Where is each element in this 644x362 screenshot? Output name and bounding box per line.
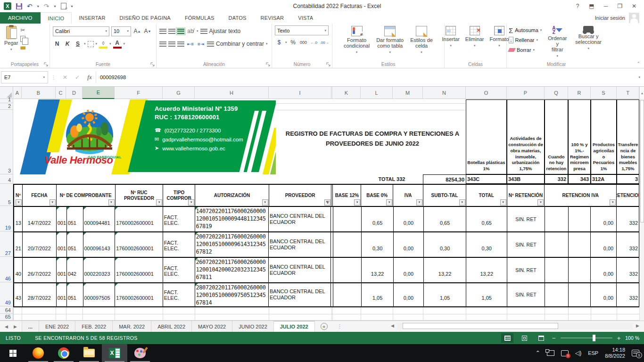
cell-F46[interactable]: 1760002600001	[115, 258, 163, 282]
expand-formula-bar-icon[interactable]: ▾	[638, 75, 644, 79]
decrease-indent-icon[interactable]: ⇤≡	[186, 39, 195, 49]
column-filter-header-n-retenci-n[interactable]: Nº RETENCIÓN▼	[507, 185, 545, 206]
cell-G19[interactable]: FACT. ELEC.	[163, 207, 195, 231]
filter-dropdown-icon[interactable]: ▼	[156, 199, 162, 206]
total-label-cell[interactable]: TOTAL 332	[361, 174, 423, 184]
insert-cells-button[interactable]: Insertar▾	[440, 25, 462, 60]
cell-K27[interactable]	[333, 232, 362, 257]
sheet-nav-left-icon[interactable]: ◀	[5, 324, 8, 329]
cell-H19[interactable]: 1407202201176000260000120010510000944811…	[195, 207, 269, 231]
cell-R49[interactable]	[569, 283, 591, 306]
cell-C27[interactable]: 001	[57, 232, 67, 257]
column-header-I[interactable]: I	[269, 87, 331, 99]
cell-R46[interactable]	[569, 258, 591, 282]
filter-dropdown-icon[interactable]: ▼	[416, 199, 422, 206]
fill-button[interactable]: ↓Rellenar▾	[509, 36, 542, 44]
cell-T49[interactable]: 332	[617, 283, 639, 306]
cell-G49[interactable]: FACT. ELEC.	[163, 283, 195, 306]
underline-button[interactable]: S	[74, 39, 82, 49]
cell-F49[interactable]: 1760002600001	[115, 283, 163, 306]
tab-splitter[interactable]: ⋮	[333, 321, 346, 332]
cell-M46[interactable]: 0,00	[394, 258, 424, 282]
font-name-select[interactable]: Calibri▾	[53, 26, 109, 36]
cell-K49[interactable]	[333, 283, 362, 306]
cell-S46[interactable]: 0,00	[591, 258, 617, 282]
name-box[interactable]: E7▾	[1, 71, 48, 83]
cell-N49[interactable]: 1,05	[424, 283, 467, 306]
cell-B49[interactable]: 28/7/2022	[23, 283, 57, 306]
horizontal-scrollbar[interactable]	[397, 322, 633, 329]
underline-caret-icon[interactable]: ▾	[84, 42, 86, 46]
sheet-tab-junio-2022[interactable]: JUNIO 2022	[232, 321, 274, 332]
column-filter-header-base-0-[interactable]: BASE 0%▼	[361, 185, 393, 206]
firefox-icon[interactable]	[25, 344, 51, 362]
borders-caret-icon[interactable]: ▾	[96, 42, 98, 46]
cell-C19[interactable]: 001	[57, 207, 67, 231]
cell-styles-button[interactable]: Estilos de celda▾	[408, 25, 435, 60]
cell-N19[interactable]: 0,65	[424, 207, 467, 231]
filter-dropdown-icon[interactable]: ▼	[16, 199, 22, 206]
tray-chevron-icon[interactable]: ⌃	[536, 350, 540, 356]
hscroll-right-icon[interactable]: ▶	[636, 323, 639, 328]
active-filter-funnel-icon[interactable]: ⧨	[324, 199, 330, 206]
dialog-launcher-icon[interactable]	[326, 62, 331, 67]
delete-cells-button[interactable]: Eliminar▾	[463, 25, 487, 60]
cell-T27[interactable]: 332	[617, 232, 639, 257]
tax-header-q[interactable]: Cuando no hay retencion	[545, 99, 568, 174]
cell-H27[interactable]: 2007202201176000260000120010510000961431…	[195, 232, 269, 257]
cell-P46[interactable]: SIN. RET	[507, 258, 545, 282]
align-middle-icon[interactable]	[168, 29, 175, 34]
align-left-icon[interactable]	[159, 41, 166, 47]
total-value-cell[interactable]: 8254,30	[423, 174, 466, 184]
column-filter-header-fecha[interactable]: FECHA▼	[23, 185, 57, 206]
cell-R19[interactable]	[569, 207, 591, 231]
column-filter-header-subto-tal[interactable]: SUBTO-TAL▼	[423, 185, 466, 206]
column-header-H[interactable]: H	[195, 87, 269, 99]
cell-E46[interactable]: 000220323	[83, 258, 116, 282]
print-preview-icon[interactable]	[61, 3, 66, 9]
column-filter-header-iva[interactable]: IVA▼	[393, 185, 423, 206]
increase-indent-icon[interactable]: ≡⇥	[197, 39, 205, 49]
tab-datos[interactable]: DATOS	[222, 12, 254, 24]
undo-caret-icon[interactable]: ▾	[37, 4, 39, 8]
column-header-C[interactable]: C	[56, 87, 66, 99]
column-header-S[interactable]: S	[591, 87, 617, 99]
formula-input[interactable]: 000092698	[96, 71, 638, 83]
dialog-launcher-icon[interactable]	[44, 62, 49, 67]
cell-H46[interactable]: 2607202201176000260000120010420002203231…	[195, 258, 269, 282]
column-filter-header-n-[interactable]: Nº▼	[14, 185, 23, 206]
cell-I49[interactable]: BANCO CENTRAL DEL ECUADOR	[269, 283, 331, 306]
row-header-65[interactable]: 65	[0, 314, 13, 321]
vertical-scrollbar[interactable]: ▲	[639, 87, 644, 321]
cell-A46[interactable]: 40	[14, 258, 23, 282]
enter-entry-icon[interactable]: ✓	[71, 74, 83, 81]
merge-center-button[interactable]: Combinar y centrar▾	[207, 39, 268, 49]
column-header-E[interactable]: E	[83, 87, 115, 99]
chrome-icon[interactable]	[51, 344, 76, 362]
tax-header-s[interactable]: Productos agricoilas o Pecuarios 1%	[591, 99, 617, 174]
column-filter-header-autorizaci-n[interactable]: AUTORIZACIÓN▼	[195, 185, 269, 206]
row-header-3[interactable]: 3	[0, 110, 13, 174]
cell-T19[interactable]: 332	[617, 207, 639, 231]
cell-S27[interactable]: 0,00	[591, 232, 617, 257]
zoom-slider-thumb[interactable]	[593, 335, 595, 341]
ribbon-display-button[interactable]: ⬒	[585, 1, 599, 11]
cell-K19[interactable]	[333, 207, 362, 231]
code-cell-s[interactable]: 312A	[591, 174, 617, 184]
start-button[interactable]	[0, 344, 25, 362]
vertical-scroll-thumb[interactable]	[640, 100, 644, 222]
redo-caret-icon[interactable]: ▾	[54, 4, 56, 8]
filter-dropdown-icon[interactable]: ▼	[459, 199, 465, 206]
sheet-tab-overflow[interactable]: ...	[22, 321, 39, 332]
column-filter-header-n-de-comprobante[interactable]: Nº DE COMPROBANTE▼	[57, 185, 116, 206]
sheet-tab-ene-2022[interactable]: ENE 2022	[39, 321, 75, 332]
cut-icon[interactable]: ✂	[20, 27, 25, 33]
align-center-icon[interactable]	[168, 41, 175, 47]
format-as-table-button[interactable]: Dar formato como tabla▾	[374, 25, 406, 60]
cell-P19[interactable]: SIN. RET	[507, 207, 545, 231]
row-header-4[interactable]: 4	[0, 174, 13, 184]
select-all-corner[interactable]	[0, 87, 13, 99]
clock[interactable]: 14:18 8/8/2022	[605, 347, 625, 359]
cell-I19[interactable]: BANCO CENTRAL DEL ECUADOR	[269, 207, 331, 231]
column-filter-header-total[interactable]: TOTAL▼	[466, 185, 507, 206]
